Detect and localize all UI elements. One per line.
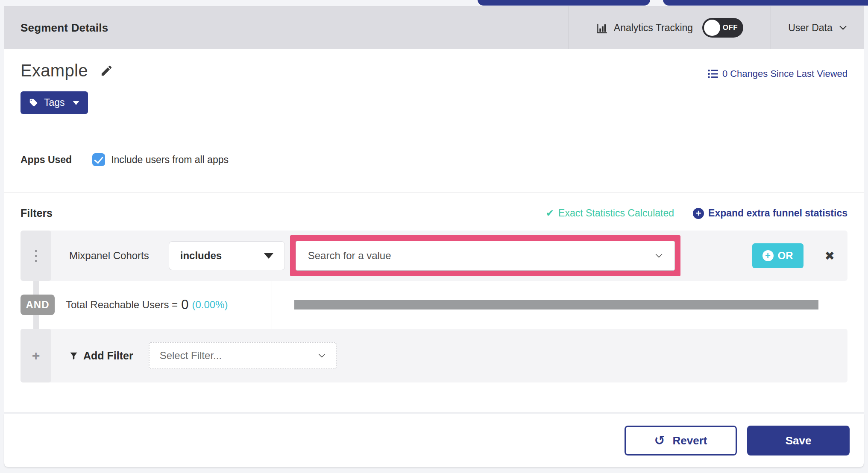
exact-statistics-status: ✔ Exact Statistics Calculated <box>546 207 674 219</box>
user-data-dropdown[interactable]: User Data <box>771 6 864 49</box>
edit-pencil-icon[interactable] <box>100 64 113 77</box>
drag-dot <box>35 250 37 252</box>
funnel-icon <box>69 351 78 360</box>
expand-funnel-statistics-label: Expand extra funnel statistics <box>708 207 847 219</box>
operator-value: includes <box>180 250 222 262</box>
add-filter-label: Add Filter <box>83 350 133 362</box>
changes-list-icon <box>708 69 718 79</box>
revert-button-label: Revert <box>673 434 707 447</box>
action-bar: ↺ Revert Save <box>4 414 864 467</box>
analytics-tracking-section: Analytics Tracking OFF <box>569 6 771 49</box>
apps-used-label: Apps Used <box>21 154 72 166</box>
filters-heading: Filters <box>21 207 53 219</box>
highlight-annotation-box: Search for a value <box>290 235 680 276</box>
tags-row: Tags <box>4 80 864 114</box>
cutoff-button-right[interactable] <box>663 0 868 6</box>
user-data-label: User Data <box>788 22 833 34</box>
total-reachable-value: 0 <box>181 297 188 312</box>
segment-name: Example <box>21 61 88 80</box>
include-all-apps-checkbox-group[interactable]: Include users from all apps <box>92 153 229 166</box>
filters-header: Filters ✔ Exact Statistics Calculated + … <box>21 207 847 219</box>
and-badge: AND <box>21 295 55 315</box>
value-search-placeholder: Search for a value <box>308 250 391 262</box>
toggle-knob <box>704 20 720 36</box>
include-all-apps-label: Include users from all apps <box>111 154 229 166</box>
add-filter-group: Add Filter <box>69 350 133 362</box>
filter-rows: Mixpanel Cohorts includes Search for a v… <box>21 231 847 382</box>
value-search-select[interactable]: Search for a value <box>296 241 675 271</box>
total-reachable-users: Total Reachable Users = 0 (0.00%) <box>66 297 272 312</box>
drag-dot <box>35 255 37 257</box>
operator-select[interactable]: includes <box>169 241 285 270</box>
plus-icon: + <box>32 348 40 364</box>
save-button-label: Save <box>786 434 812 447</box>
save-button[interactable]: Save <box>747 426 850 455</box>
revert-icon: ↺ <box>654 434 665 447</box>
or-button-label: OR <box>778 250 793 262</box>
tags-button[interactable]: Tags <box>21 91 88 114</box>
drag-dot <box>35 260 37 262</box>
check-icon: ✔ <box>546 207 554 219</box>
add-filter-plus-handle[interactable]: + <box>21 329 51 382</box>
cutoff-button-left[interactable] <box>478 0 650 6</box>
add-filter-row: + Add Filter Select Filter... <box>21 329 847 382</box>
segment-title-row: Example 0 Changes Since Last Viewed <box>4 49 864 80</box>
filter-row: Mixpanel Cohorts includes Search for a v… <box>21 231 847 281</box>
panel-header: Segment Details Analytics Tracking OFF U… <box>4 6 864 49</box>
expand-funnel-statistics-link[interactable]: + Expand extra funnel statistics <box>693 207 847 219</box>
chevron-down-icon <box>655 254 663 258</box>
total-reachable-label: Total Reachable Users = <box>66 299 178 311</box>
select-filter-dropdown[interactable]: Select Filter... <box>149 342 337 369</box>
tags-button-label: Tags <box>44 97 65 108</box>
total-reachable-percent: (0.00%) <box>192 299 228 311</box>
caret-down-icon <box>73 101 79 105</box>
chevron-down-icon <box>318 353 326 358</box>
analytics-tracking-label: Analytics Tracking <box>614 22 693 34</box>
revert-button[interactable]: ↺ Revert <box>625 426 737 455</box>
analytics-tracking-toggle[interactable]: OFF <box>702 18 743 38</box>
vertical-divider <box>272 281 272 329</box>
and-summary-row: AND Total Reachable Users = 0 (0.00%) <box>21 281 847 329</box>
plus-circle-icon: + <box>693 208 704 219</box>
caret-down-icon <box>264 253 273 259</box>
filters-section: Filters ✔ Exact Statistics Calculated + … <box>4 193 864 382</box>
segment-details-panel: Segment Details Analytics Tracking OFF U… <box>4 6 864 412</box>
drag-handle[interactable] <box>21 231 51 281</box>
apps-used-row: Apps Used Include users from all apps <box>4 127 864 192</box>
page-title: Segment Details <box>4 6 569 49</box>
remove-filter-icon[interactable]: ✖ <box>825 249 835 263</box>
reachable-users-progress-bar <box>294 300 818 309</box>
changes-since-last-viewed-link[interactable]: 0 Changes Since Last Viewed <box>708 68 847 79</box>
bar-chart-icon <box>596 22 608 34</box>
changes-link-label: 0 Changes Since Last Viewed <box>722 68 847 79</box>
checkbox-checked-icon[interactable] <box>92 153 105 166</box>
tag-icon <box>29 98 38 107</box>
exact-statistics-label: Exact Statistics Calculated <box>558 207 674 219</box>
add-or-condition-button[interactable]: + OR <box>752 243 803 268</box>
filter-attribute-label: Mixpanel Cohorts <box>69 250 149 262</box>
toggle-state-label: OFF <box>723 23 738 32</box>
plus-circle-icon: + <box>762 250 774 261</box>
chevron-down-icon <box>839 26 847 30</box>
select-filter-placeholder: Select Filter... <box>160 350 222 362</box>
